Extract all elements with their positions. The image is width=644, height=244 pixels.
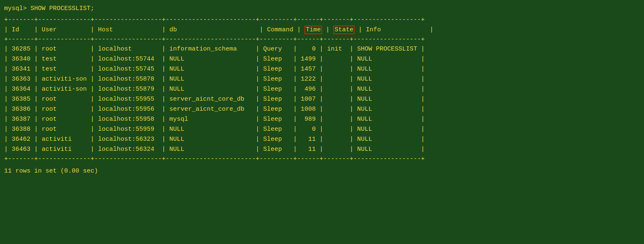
col-id-header: Id xyxy=(12,26,19,33)
separator-mid: +-------+--------------+----------------… xyxy=(4,35,640,45)
col-user-header: User xyxy=(42,26,57,33)
col-time-header: Time xyxy=(304,25,322,34)
table-row: | 36387 | root | localhost:55958 | mysql… xyxy=(4,114,640,125)
header-row: | Id | User | Host | db | Command | Time… xyxy=(4,25,640,35)
table-row: | 36463 | activiti | localhost:56324 | N… xyxy=(4,145,640,155)
table-row: | 36386 | root | localhost:55956 | serve… xyxy=(4,104,640,114)
separator-bottom: +-------+--------------+----------------… xyxy=(4,155,640,164)
col-command-header: Command xyxy=(267,26,293,33)
terminal-window: mysql> SHOW PROCESSLIST; +-------+------… xyxy=(4,5,640,175)
footer-line: 11 rows in set (0.00 sec) xyxy=(4,168,640,175)
table-row: | 36340 | test | localhost:55744 | NULL … xyxy=(4,54,640,64)
table-row: | 36385 | root | localhost:55955 | serve… xyxy=(4,94,640,104)
table-row: | 36363 | activiti-son | localhost:55878… xyxy=(4,74,640,84)
table-row: | 36285 | root | localhost | information… xyxy=(4,44,640,54)
col-host-header: Host xyxy=(98,26,113,33)
table-row: | 36388 | root | localhost:55959 | NULL … xyxy=(4,125,640,135)
table-row: | 36462 | activiti | localhost:56323 | N… xyxy=(4,135,640,145)
col-state-header: State xyxy=(333,25,355,34)
table-row: | 36341 | test | localhost:55745 | NULL … xyxy=(4,64,640,74)
col-info-header: Info xyxy=(366,26,381,33)
col-db-header: db xyxy=(169,26,177,33)
process-table-container: +-------+--------------+----------------… xyxy=(4,15,640,164)
table-row: | 36364 | activiti-son | localhost:55879… xyxy=(4,84,640,94)
separator-top: +-------+--------------+----------------… xyxy=(4,15,640,25)
prompt-line: mysql> SHOW PROCESSLIST; xyxy=(4,5,640,12)
